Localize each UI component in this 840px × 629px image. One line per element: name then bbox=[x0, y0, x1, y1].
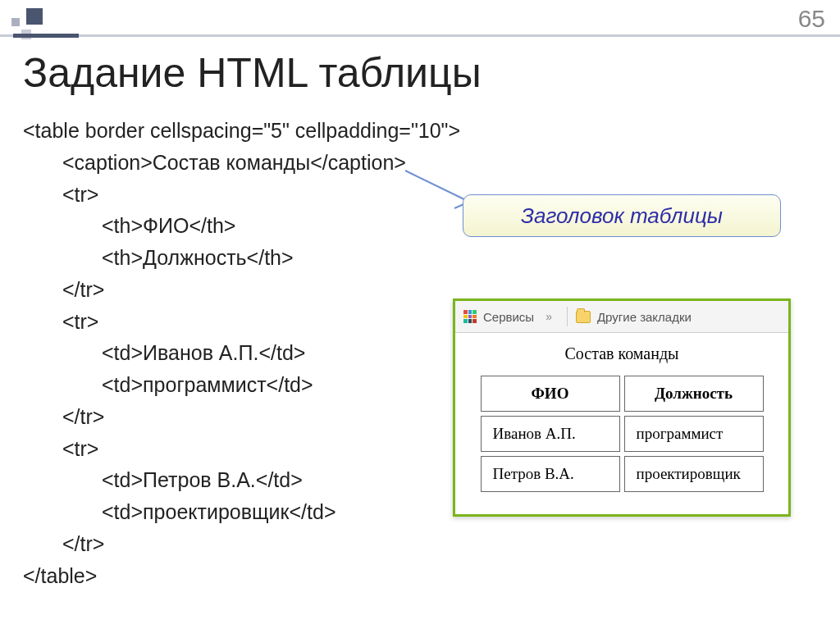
code-line: </tr> bbox=[23, 274, 104, 306]
code-line: <th>Должность</th> bbox=[23, 242, 294, 274]
toolbar-services-label[interactable]: Сервисы bbox=[483, 310, 534, 324]
browser-toolbar: Сервисы » Другие закладки bbox=[455, 301, 788, 333]
result-table: ФИО Должность Иванов А.П. программист Пе… bbox=[477, 371, 768, 496]
code-line: <tr> bbox=[23, 179, 98, 211]
code-line: <td>Петров В.А.</td> bbox=[23, 464, 303, 496]
table-cell: программист bbox=[624, 416, 764, 452]
table-cell: проектировщик bbox=[624, 456, 764, 492]
table-caption: Состав команды bbox=[470, 344, 774, 363]
table-row: Петров В.А. проектировщик bbox=[481, 456, 764, 492]
toolbar-separator bbox=[567, 307, 568, 326]
code-line: </table> bbox=[23, 560, 460, 592]
table-row: Иванов А.П. программист bbox=[481, 416, 764, 452]
code-line: <table border cellspacing="5" cellpaddin… bbox=[23, 115, 460, 147]
table-cell: Петров В.А. bbox=[481, 456, 620, 492]
slide-title: Задание HTML таблицы bbox=[23, 49, 482, 97]
browser-content: Состав команды ФИО Должность Иванов А.П.… bbox=[455, 333, 788, 514]
code-line: <tr> bbox=[23, 306, 98, 338]
code-line: <td>проектировщик</td> bbox=[23, 496, 336, 528]
code-line: </tr> bbox=[23, 528, 104, 560]
code-line: <caption>Состав команды</caption> bbox=[23, 147, 406, 179]
code-line: <td>Иванов А.П.</td> bbox=[23, 337, 305, 369]
code-line: <td>программист</td> bbox=[23, 369, 313, 401]
code-line: <th>ФИО</th> bbox=[23, 210, 235, 242]
folder-icon[interactable] bbox=[576, 311, 591, 323]
page-number: 65 bbox=[798, 5, 825, 33]
table-header-row: ФИО Должность bbox=[481, 376, 764, 412]
code-line: </tr> bbox=[23, 401, 104, 433]
apps-grid-icon[interactable] bbox=[463, 310, 477, 323]
code-line: <tr> bbox=[23, 433, 98, 465]
code-block: <table border cellspacing="5" cellpaddin… bbox=[23, 115, 460, 591]
corner-decoration bbox=[11, 8, 61, 49]
table-cell: Иванов А.П. bbox=[481, 416, 620, 452]
chevron-right-icon[interactable]: » bbox=[546, 310, 552, 323]
table-header-cell: Должность bbox=[624, 376, 764, 412]
top-divider bbox=[0, 34, 840, 37]
callout-label: Заголовок таблицы bbox=[463, 194, 781, 237]
table-header-cell: ФИО bbox=[481, 376, 620, 412]
toolbar-other-bookmarks[interactable]: Другие закладки bbox=[597, 310, 692, 324]
browser-preview: Сервисы » Другие закладки Состав команды… bbox=[453, 299, 791, 517]
